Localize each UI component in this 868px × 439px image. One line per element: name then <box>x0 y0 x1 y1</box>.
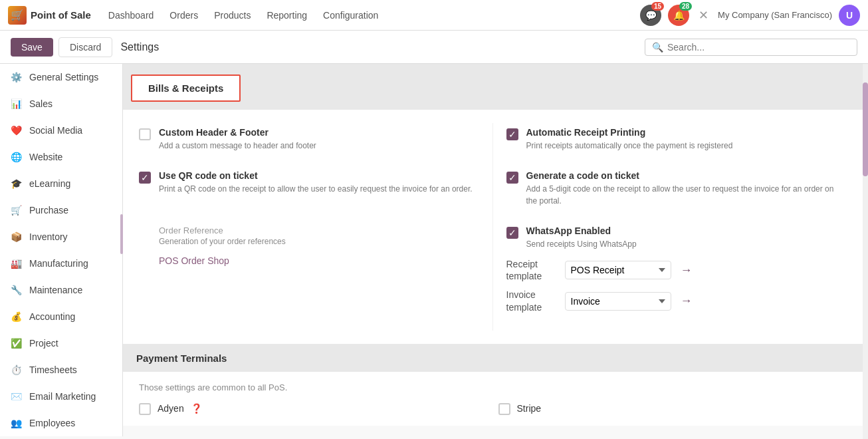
whatsapp-checkbox[interactable]: ✓ <box>506 227 518 239</box>
receipt-template-row: Receipt template POS Receipt → <box>506 258 847 282</box>
receipt-template-select[interactable]: POS Receipt <box>565 261 671 279</box>
sidebar-item-social-media[interactable]: ❤️ Social Media <box>0 117 122 144</box>
payment-terminals-title: Payment Terminals <box>136 353 227 364</box>
save-button[interactable]: Save <box>11 38 53 57</box>
sidebar-item-website[interactable]: 🌐 Website <box>0 144 122 170</box>
sidebar-item-manufacturing[interactable]: 🏭 Manufacturing <box>0 250 122 277</box>
toolbar: Save Discard Settings 🔍 <box>0 31 868 64</box>
setting-order-reference: Order Reference Generation of your order… <box>139 218 493 331</box>
adyen-checkbox[interactable] <box>139 403 151 415</box>
custom-header-checkbox[interactable] <box>139 128 151 140</box>
maintenance-icon: 🔧 <box>9 283 23 297</box>
auto-receipt-desc: Print receipts automatically once the pa… <box>526 140 733 152</box>
discard-button[interactable]: Discard <box>58 37 112 57</box>
qr-code-checkbox[interactable]: ✓ <box>139 172 151 184</box>
close-button[interactable]: ✕ <box>696 5 711 25</box>
payment-terminals-content: Those settings are common to all PoS. Ad… <box>123 372 863 426</box>
adyen-terminal: Adyen ❓ <box>139 402 488 415</box>
employees-icon: 👥 <box>9 416 23 430</box>
adyen-label: Adyen <box>158 403 184 414</box>
sidebar-item-elearning[interactable]: 🎓 eLearning <box>0 170 122 197</box>
order-reference-content: Order Reference Generation of your order… <box>159 225 479 266</box>
activity-button[interactable]: 🔔 28 <box>668 5 689 26</box>
sidebar-item-purchase[interactable]: 🛒 Purchase <box>0 197 122 223</box>
setting-auto-receipt: ✓ Automatic Receipt Printing Print recei… <box>493 123 847 162</box>
stripe-label: Stripe <box>517 403 542 414</box>
scrollbar-thumb <box>863 82 868 176</box>
stripe-checkbox[interactable] <box>498 403 510 415</box>
accounting-icon: 💰 <box>9 310 23 323</box>
nav-reporting[interactable]: Reporting <box>260 6 314 25</box>
nav-products[interactable]: Products <box>207 6 257 25</box>
content-area: Bills & Receipts Custom Header & Footer … <box>123 64 863 439</box>
whatsapp-text: WhatsApp Enabled Send receipts Using Wha… <box>526 225 637 250</box>
general-settings-icon: ⚙️ <box>9 71 23 84</box>
sidebar-item-label: Sales <box>29 98 53 109</box>
sidebar-item-label: Accounting <box>29 311 75 322</box>
settings-grid: Custom Header & Footer Add a custom mess… <box>123 110 863 345</box>
search-input[interactable] <box>667 42 850 53</box>
generate-code-checkbox[interactable]: ✓ <box>506 172 518 184</box>
sidebar-item-label: eLearning <box>29 178 70 189</box>
timesheets-icon: ⏱️ <box>9 363 23 376</box>
auto-receipt-text: Automatic Receipt Printing Print receipt… <box>526 127 733 152</box>
setting-whatsapp: ✓ WhatsApp Enabled Send receipts Using W… <box>493 218 847 331</box>
order-reference-desc: Generation of your order references <box>159 237 479 246</box>
sidebar-item-timesheets[interactable]: ⏱️ Timesheets <box>0 357 122 383</box>
sidebar-item-general-settings[interactable]: ⚙️ General Settings <box>0 64 122 90</box>
nav-right-actions: 💬 15 🔔 28 ✕ My Company (San Francisco) U <box>640 5 860 26</box>
qr-code-text: Use QR code on ticket Print a QR code on… <box>159 170 473 195</box>
nav-configuration[interactable]: Configuration <box>316 6 385 25</box>
website-icon: 🌐 <box>9 150 23 164</box>
terminal-row: Adyen ❓ Stripe <box>139 402 847 415</box>
sidebar-item-accounting[interactable]: 💰 Accounting <box>0 303 122 330</box>
setting-qr-code: ✓ Use QR code on ticket Print a QR code … <box>139 162 493 218</box>
invoice-template-arrow[interactable]: → <box>677 293 697 309</box>
activity-badge: 28 <box>679 2 692 11</box>
pos-order-shop-link[interactable]: POS Order Shop <box>159 255 229 266</box>
sidebar-item-email-marketing[interactable]: ✉️ Email Marketing <box>0 383 122 410</box>
top-navigation: 🛒 Point of Sale Dashboard Orders Product… <box>0 0 868 31</box>
nav-orders[interactable]: Orders <box>163 6 205 25</box>
whatsapp-row: ✓ WhatsApp Enabled Send receipts Using W… <box>506 225 847 250</box>
sidebar-item-label: Website <box>29 152 62 162</box>
sales-icon: 📊 <box>9 97 23 110</box>
app-logo[interactable]: 🛒 Point of Sale <box>8 6 91 25</box>
sidebar-item-label: Purchase <box>29 205 68 216</box>
sidebar-item-sales[interactable]: 📊 Sales <box>0 90 122 117</box>
sidebar-item-label: Social Media <box>29 125 82 136</box>
elearning-icon: 🎓 <box>9 177 23 190</box>
stripe-terminal: Stripe <box>498 402 847 415</box>
auto-receipt-label: Automatic Receipt Printing <box>526 127 733 138</box>
social-media-icon: ❤️ <box>9 124 23 137</box>
sidebar-item-employees[interactable]: 👥 Employees <box>0 410 122 436</box>
receipt-template-arrow[interactable]: → <box>677 262 697 279</box>
inventory-icon: 📦 <box>9 230 23 243</box>
generate-code-desc: Add a 5-digit code on the receipt to all… <box>526 183 847 207</box>
invoice-template-select[interactable]: Invoice <box>565 292 671 311</box>
company-name: My Company (San Francisco) <box>718 10 832 20</box>
sidebar-item-project[interactable]: ✅ Project <box>0 330 122 357</box>
custom-header-text: Custom Header & Footer Add a custom mess… <box>159 127 316 152</box>
generate-code-text: Generate a code on ticket Add a 5-digit … <box>526 170 847 207</box>
bills-receipts-header-wrapper: Bills & Receipts <box>123 64 863 110</box>
nav-dashboard[interactable]: Dashboard <box>102 6 161 25</box>
nav-links: Dashboard Orders Products Reporting Conf… <box>102 6 385 25</box>
custom-header-row: Custom Header & Footer Add a custom mess… <box>139 127 479 152</box>
whatsapp-label: WhatsApp Enabled <box>526 225 637 236</box>
user-avatar[interactable]: U <box>839 5 860 26</box>
invoice-template-row: Invoice template Invoice → <box>506 289 847 313</box>
adyen-help-icon[interactable]: ❓ <box>191 403 202 414</box>
auto-receipt-checkbox[interactable]: ✓ <box>506 128 518 140</box>
messages-button[interactable]: 💬 15 <box>640 5 661 26</box>
whatsapp-desc: Send receipts Using WhatsApp <box>526 238 637 250</box>
qr-code-desc: Print a QR code on the receipt to allow … <box>159 183 473 195</box>
custom-header-label: Custom Header & Footer <box>159 127 316 138</box>
sidebar-item-inventory[interactable]: 📦 Inventory <box>0 223 122 250</box>
main-layout: ⚙️ General Settings 📊 Sales ❤️ Social Me… <box>0 64 868 439</box>
search-box: 🔍 <box>645 39 857 56</box>
content-scrollbar[interactable] <box>863 64 868 439</box>
sidebar-item-label: Inventory <box>29 231 68 242</box>
project-icon: ✅ <box>9 337 23 350</box>
sidebar-item-maintenance[interactable]: 🔧 Maintenance <box>0 277 122 303</box>
